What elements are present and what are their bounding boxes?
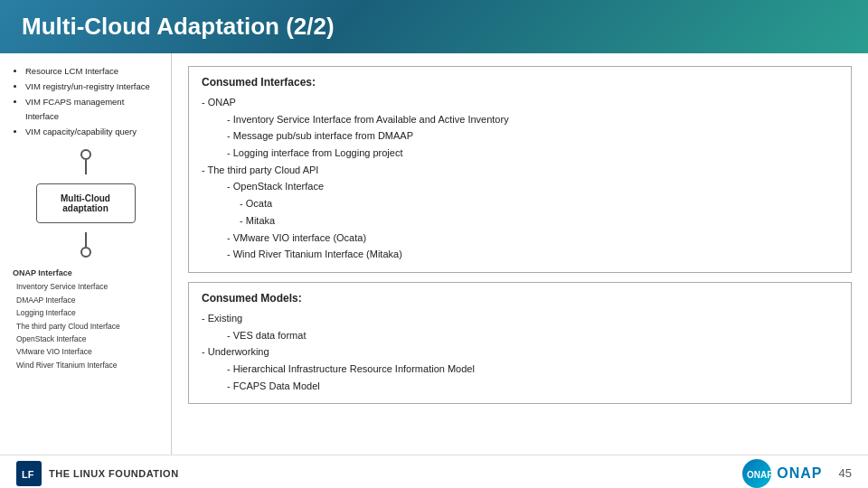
consumed-interfaces-box: Consumed Interfaces: - ONAP Inventory Se… [188, 66, 852, 273]
openstack-interface-item: OpenStack Interface [227, 178, 838, 195]
bullet-item: VIM registry/un-registry Interface [25, 80, 158, 93]
connector-line [85, 160, 87, 174]
legend-item: The third party Cloud Interface [13, 320, 158, 333]
onap-text: ONAP [777, 465, 822, 482]
linux-foundation-logo-icon: LF [16, 461, 42, 486]
footer-left: LF THE LINUX FOUNDATION [16, 461, 179, 486]
legend-item: Logging Interface [13, 306, 158, 319]
onap-item: - ONAP [202, 94, 838, 111]
hierarchical-item: Hierarchical Infrastructure Resource Inf… [227, 361, 838, 378]
legend-title: ONAP Interface [13, 267, 158, 280]
third-party-item: - The third party Cloud API [202, 162, 838, 179]
consumed-models-title: Consumed Models: [202, 292, 838, 305]
svg-text:ONAP: ONAP [747, 470, 771, 480]
ves-item: VES data format [227, 327, 838, 344]
ocata-item: Ocata [240, 195, 838, 212]
bullet-item: VIM FCAPS management Interface [25, 95, 158, 122]
right-panel: Consumed Interfaces: - ONAP Inventory Se… [172, 53, 868, 455]
diagram-connector-top [13, 149, 158, 174]
footer: LF THE LINUX FOUNDATION ONAP ONAP [0, 455, 868, 488]
existing-item: - Existing [202, 310, 838, 327]
legend: ONAP Interface Inventory Service Interfa… [13, 267, 158, 371]
mitaka-item: Mitaka [240, 212, 838, 230]
legend-item: VMware VIO Interface [13, 345, 158, 358]
linux-logo-svg: LF [19, 464, 39, 483]
bullet-item: Resource LCM Interface [25, 64, 158, 78]
linux-foundation-text: THE LINUX FOUNDATION [49, 468, 179, 479]
connector-circle [80, 149, 91, 160]
wind-river-item: Wind River Titanium Interface (Mitaka) [227, 246, 838, 263]
legend-item: OpenStack Interface [13, 333, 158, 345]
main-content: Resource LCM Interface VIM registry/un-r… [0, 53, 868, 455]
diagram-box: Multi-Cloud adaptation [36, 183, 136, 223]
page-title: Multi-Cloud Adaptation (2/2) [22, 13, 335, 40]
page-number: 45 [839, 466, 852, 480]
connector-line-bottom [85, 232, 87, 247]
consumed-interfaces-title: Consumed Interfaces: [202, 76, 838, 89]
left-panel: Resource LCM Interface VIM registry/un-r… [0, 53, 172, 455]
page-header: Multi-Cloud Adaptation (2/2) [0, 0, 868, 53]
vmware-vio-item: VMware VIO interface (Ocata) [227, 230, 838, 247]
bullet-item: VIM capacity/capability query [25, 125, 158, 138]
consumed-models-box: Consumed Models: - Existing VES data for… [188, 282, 852, 404]
onap-logo: ONAP ONAP [742, 459, 822, 488]
diagram-connector-bottom [13, 232, 158, 258]
inventory-interface-item: Inventory Service Interface from Availab… [227, 111, 838, 128]
fcaps-item: FCAPS Data Model [227, 378, 838, 395]
logging-interface-item: Logging interface from Logging project [227, 145, 838, 162]
dmaap-interface-item: Message pub/sub interface from DMAAP [227, 127, 838, 145]
legend-item: Wind River Titanium Interface [13, 359, 158, 371]
onap-circle-svg: ONAP [742, 459, 771, 488]
bullet-list: Resource LCM Interface VIM registry/un-r… [13, 64, 158, 138]
footer-right: ONAP ONAP 45 [742, 459, 852, 488]
underworking-item: - Underworking [202, 343, 838, 361]
connector-circle-bottom [80, 247, 91, 258]
legend-item: Inventory Service Interface [13, 280, 158, 293]
onap-logo-icon: ONAP [742, 459, 771, 488]
svg-text:LF: LF [22, 469, 34, 480]
legend-item: DMAAP Interface [13, 294, 158, 306]
